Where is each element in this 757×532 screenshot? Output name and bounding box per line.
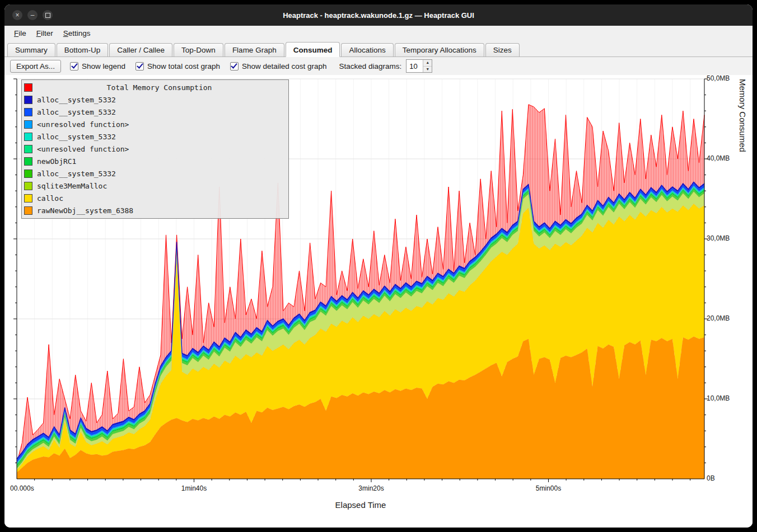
- maximize-icon: [45, 13, 50, 18]
- tab-allocations[interactable]: Allocations: [341, 43, 393, 57]
- export-as-button[interactable]: Export As...: [10, 60, 61, 73]
- legend-label: alloc__system_5332: [37, 133, 116, 141]
- checkbox-show-legend[interactable]: Show legend: [70, 62, 125, 70]
- legend-label: newObjRC1: [37, 157, 76, 166]
- checkbox-show-total-cost-graph[interactable]: Show total cost graph: [135, 62, 220, 70]
- legend-swatch: [24, 157, 32, 166]
- tab-top-down[interactable]: Top-Down: [174, 43, 223, 57]
- spinbox-value: 10: [406, 60, 423, 72]
- legend-label: alloc__system_5332: [37, 170, 116, 178]
- menu-bar: FileFilterSettings: [4, 26, 753, 40]
- total-memory-swatch: [24, 83, 32, 92]
- spin-up-icon[interactable]: ▴: [423, 60, 432, 67]
- checkmark-icon: [231, 62, 238, 68]
- menu-filter[interactable]: Filter: [31, 27, 58, 39]
- tab-bar: SummaryBottom-UpCaller / CalleeTop-DownF…: [4, 40, 753, 57]
- legend-title: Total Memory Consumption: [32, 83, 286, 92]
- window-controls: ×–: [12, 4, 53, 26]
- legend-item: alloc__system_5332: [24, 167, 286, 180]
- spinbox-buttons: ▴ ▾: [423, 60, 432, 72]
- chart-legend: Total Memory Consumption alloc__system_5…: [21, 79, 289, 219]
- minimize-button[interactable]: –: [27, 10, 38, 20]
- maximize-button[interactable]: [43, 10, 53, 20]
- legend-swatch: [24, 182, 32, 190]
- toolbar: Export As... Show legendShow total cost …: [4, 57, 753, 75]
- x-axis-title: Elapsed Time: [249, 500, 473, 510]
- checkbox-group: Show legendShow total cost graphShow det…: [70, 62, 327, 70]
- titlebar: ×– Heaptrack - heaptrack.wakunode.1.gz —…: [4, 4, 753, 26]
- legend-swatch: [24, 194, 32, 203]
- checkbox-label: Show legend: [82, 62, 125, 70]
- close-button[interactable]: ×: [12, 10, 22, 20]
- checkbox-label: Show detailed cost graph: [242, 62, 327, 70]
- legend-item: alloc__system_5332: [24, 106, 286, 118]
- legend-label: calloc: [37, 194, 63, 203]
- legend-item: <unresolved function>: [24, 118, 286, 130]
- menu-file[interactable]: File: [9, 27, 31, 39]
- legend-swatch: [24, 145, 32, 153]
- legend-item: alloc__system_5332: [24, 93, 286, 106]
- menu-settings[interactable]: Settings: [58, 27, 96, 39]
- checkmark-icon: [137, 62, 143, 68]
- legend-label: alloc__system_5332: [37, 96, 116, 104]
- checkbox-box-icon: [70, 62, 78, 70]
- legend-label: rawNewObj__system_6388: [37, 206, 133, 215]
- legend-swatch: [24, 133, 32, 141]
- checkbox-box-icon: [135, 62, 144, 70]
- tab-caller-callee[interactable]: Caller / Callee: [109, 43, 172, 57]
- heaptrack-window: ×– Heaptrack - heaptrack.wakunode.1.gz —…: [4, 4, 753, 528]
- legend-label: sqlite3MemMalloc: [37, 182, 107, 190]
- legend-title-row: Total Memory Consumption: [24, 82, 286, 93]
- tab-sizes[interactable]: Sizes: [485, 43, 520, 57]
- tab-flame-graph[interactable]: Flame Graph: [225, 43, 284, 57]
- legend-item: sqlite3MemMalloc: [24, 180, 286, 192]
- legend-swatch: [24, 120, 32, 129]
- legend-swatch: [24, 108, 32, 116]
- checkbox-label: Show total cost graph: [147, 62, 220, 70]
- legend-item: newObjRC1: [24, 155, 286, 167]
- legend-items: alloc__system_5332alloc__system_5332<unr…: [24, 93, 286, 216]
- stacked-diagrams-label: Stacked diagrams:: [339, 62, 402, 70]
- tab-bottom-up[interactable]: Bottom-Up: [57, 43, 109, 57]
- stacked-diagrams-spinbox[interactable]: 10 ▴ ▾: [406, 59, 432, 73]
- legend-item: calloc: [24, 192, 286, 204]
- legend-swatch: [24, 206, 32, 215]
- legend-swatch: [24, 96, 32, 104]
- tab-consumed[interactable]: Consumed: [286, 42, 340, 57]
- tab-temporary-allocations[interactable]: Temporary Allocations: [395, 43, 484, 57]
- tab-summary[interactable]: Summary: [7, 43, 55, 57]
- y-axis-title: Memory Consumed: [738, 79, 747, 479]
- checkmark-icon: [71, 62, 78, 68]
- legend-item: rawNewObj__system_6388: [24, 204, 286, 216]
- legend-label: alloc__system_5332: [37, 108, 116, 116]
- checkbox-box-icon: [230, 62, 239, 70]
- legend-item: <unresolved function>: [24, 143, 286, 155]
- window-title: Heaptrack - heaptrack.wakunode.1.gz — He…: [4, 11, 753, 20]
- legend-swatch: [24, 170, 32, 178]
- checkbox-show-detailed-cost-graph[interactable]: Show detailed cost graph: [230, 62, 327, 70]
- legend-label: <unresolved function>: [37, 120, 129, 129]
- spin-down-icon[interactable]: ▾: [423, 67, 432, 73]
- legend-item: alloc__system_5332: [24, 130, 286, 143]
- legend-label: <unresolved function>: [37, 145, 129, 153]
